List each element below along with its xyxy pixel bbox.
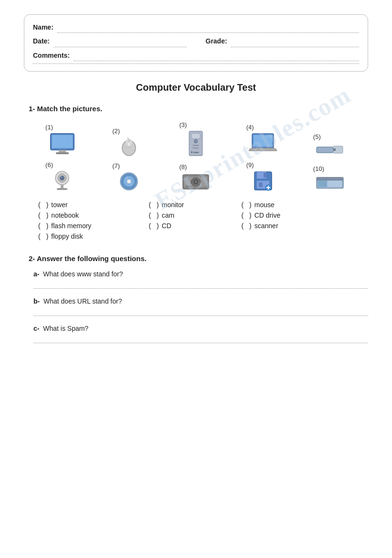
vocab-item-monitor: () monitor bbox=[148, 201, 184, 209]
vocab-label-floppy-disk: floppy disk bbox=[51, 232, 83, 240]
svg-rect-17 bbox=[254, 135, 272, 147]
vocab-label-cam: cam bbox=[162, 211, 174, 219]
comments-label: Comments: bbox=[33, 49, 70, 63]
svg-rect-13 bbox=[193, 147, 199, 149]
vocab-label-scanner: scanner bbox=[254, 222, 278, 230]
answer-line-b bbox=[33, 307, 368, 316]
date-label: Date: bbox=[33, 34, 50, 48]
vocab-label-cd-drive: CD drive bbox=[254, 211, 280, 219]
pic-item-9: (9) bbox=[246, 161, 280, 191]
question-a: a- What does www stand for? bbox=[33, 270, 368, 289]
vocab-section: () tower () notebook () flash memory () … bbox=[38, 201, 354, 240]
pic-item-6: (6) bbox=[45, 161, 79, 191]
comments-line2 bbox=[33, 63, 359, 64]
pic-num-2: (2) bbox=[112, 127, 120, 135]
svg-point-11 bbox=[194, 139, 198, 143]
vocab-item-mouse: () mouse bbox=[241, 201, 280, 209]
pic-num-4: (4) bbox=[246, 124, 254, 131]
svg-rect-25 bbox=[61, 185, 64, 189]
vocab-col-3: () mouse () CD drive () scanner bbox=[241, 201, 280, 240]
usb-icon bbox=[316, 142, 344, 157]
section2-header: 2- Answer the following questions. bbox=[29, 254, 368, 263]
vocab-item-tower: () tower bbox=[38, 201, 91, 209]
question-b-text: b- What does URL stand for? bbox=[33, 297, 368, 305]
vocab-item-floppy-disk: () floppy disk bbox=[38, 232, 91, 240]
tower-icon bbox=[186, 130, 205, 157]
date-line bbox=[53, 47, 186, 47]
pic-num-1: (1) bbox=[45, 124, 53, 131]
vocab-label-tower: tower bbox=[51, 201, 67, 209]
cd-music-icon: ♪ ♫ bbox=[119, 171, 139, 191]
vocab-item-notebook: () notebook bbox=[38, 211, 91, 219]
svg-point-23 bbox=[60, 176, 64, 180]
answer-line-c bbox=[33, 335, 368, 343]
svg-rect-18 bbox=[317, 147, 333, 153]
svg-text:♪: ♪ bbox=[126, 176, 127, 180]
vocab-item-flash-memory: () flash memory bbox=[38, 222, 91, 230]
info-box: Name: Date: Grade: Comments: bbox=[24, 14, 368, 72]
floppy-icon bbox=[253, 170, 273, 191]
pic-item-4: (4) bbox=[246, 124, 280, 157]
vocab-label-notebook: notebook bbox=[51, 211, 79, 219]
question-a-text: a- What does www stand for? bbox=[33, 270, 368, 278]
pic-num-5: (5) bbox=[313, 133, 321, 140]
svg-rect-20 bbox=[333, 148, 336, 151]
pic-num-6: (6) bbox=[45, 161, 53, 168]
pic-item-3: (3) bbox=[179, 121, 212, 157]
pic-item-5: (5) bbox=[313, 133, 347, 157]
svg-line-7 bbox=[127, 137, 129, 139]
laptop-icon bbox=[247, 133, 278, 157]
svg-rect-38 bbox=[186, 186, 193, 187]
svg-rect-26 bbox=[57, 188, 67, 190]
questions-container: a- What does www stand for? b- What does… bbox=[33, 270, 368, 343]
pic-item-7: (7) ♪ ♫ bbox=[112, 162, 146, 191]
question-b: b- What does URL stand for? bbox=[33, 297, 368, 316]
svg-rect-50 bbox=[317, 178, 343, 180]
svg-point-14 bbox=[191, 151, 193, 153]
svg-rect-41 bbox=[259, 182, 263, 187]
pic-num-7: (7) bbox=[112, 162, 120, 169]
vocab-label-cd: CD bbox=[162, 222, 171, 230]
scanner-icon bbox=[316, 174, 344, 191]
pic-num-9: (9) bbox=[246, 161, 254, 168]
svg-text:♫: ♫ bbox=[129, 182, 132, 185]
vocab-item-cam: () cam bbox=[148, 211, 184, 219]
pic-num-3: (3) bbox=[179, 121, 187, 128]
question-c-text: c- What is Spam? bbox=[33, 325, 368, 332]
svg-point-37 bbox=[195, 181, 197, 183]
comments-line bbox=[74, 61, 359, 61]
name-line bbox=[57, 32, 359, 33]
svg-rect-2 bbox=[59, 150, 66, 152]
pic-num-8: (8) bbox=[179, 163, 187, 170]
svg-rect-12 bbox=[193, 145, 199, 146]
section1-header: 1- Match the pictures. bbox=[29, 105, 368, 113]
svg-rect-49 bbox=[318, 180, 327, 187]
vocab-label-flash-memory: flash memory bbox=[51, 222, 91, 230]
vocab-item-cd-drive: () CD drive bbox=[241, 211, 280, 219]
question-c: c- What is Spam? bbox=[33, 325, 368, 343]
page-title: Computer Vocabulary Test bbox=[24, 82, 368, 93]
pic-item-2: (2) bbox=[112, 127, 146, 157]
svg-rect-43 bbox=[264, 173, 266, 178]
cdrom-icon bbox=[182, 172, 210, 191]
vocab-item-cd: () CD bbox=[148, 222, 184, 230]
svg-rect-15 bbox=[194, 152, 199, 153]
grade-line bbox=[231, 47, 359, 47]
svg-rect-10 bbox=[191, 134, 200, 139]
svg-rect-3 bbox=[56, 152, 69, 154]
mouse-icon bbox=[119, 137, 139, 157]
grade-label: Grade: bbox=[206, 34, 227, 48]
pic-item-10: (10) bbox=[313, 165, 347, 191]
monitor-icon bbox=[49, 133, 75, 157]
vocab-label-mouse: mouse bbox=[254, 201, 275, 209]
pic-item-1: (1) bbox=[45, 124, 79, 157]
webcam-icon bbox=[52, 170, 72, 191]
svg-point-24 bbox=[60, 176, 62, 178]
svg-point-8 bbox=[127, 142, 131, 147]
pictures-row-1: (1) (2) (3) (4) bbox=[24, 121, 368, 157]
vocab-label-monitor: monitor bbox=[162, 201, 184, 209]
pictures-row-2: (6) (7) ♪ ♫ (8) bbox=[24, 161, 368, 191]
vocab-item-scanner: () scanner bbox=[241, 222, 280, 230]
pic-item-8: (8) bbox=[179, 163, 212, 191]
svg-rect-1 bbox=[52, 135, 73, 148]
